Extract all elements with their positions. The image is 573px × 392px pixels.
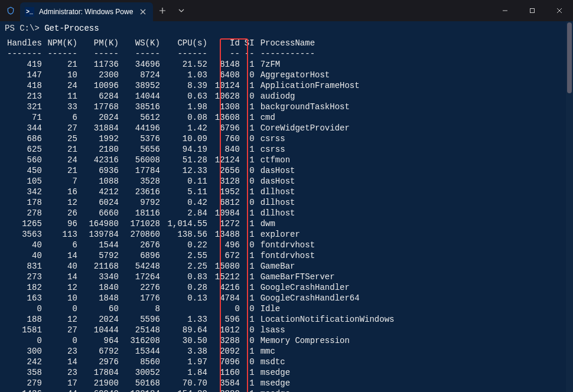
cell: 0 bbox=[242, 197, 257, 208]
cell: 0 bbox=[242, 335, 257, 346]
cell: 242 bbox=[5, 357, 44, 367]
cell: 3340 bbox=[80, 272, 121, 282]
cell: 5792 bbox=[80, 250, 121, 261]
table-row: 4014579268962.556721fontdrvhost bbox=[5, 250, 396, 261]
cell: 12 bbox=[44, 314, 80, 325]
cell: 8.39 bbox=[162, 80, 210, 91]
cell: 1.98 bbox=[162, 102, 210, 112]
cell: 496 bbox=[210, 240, 242, 250]
cell: 6 bbox=[44, 240, 80, 250]
cell: 51.28 bbox=[162, 155, 210, 165]
cell: 358 bbox=[5, 367, 44, 378]
cell: 6812 bbox=[210, 197, 242, 208]
table-row: 24214297685601.9770960msdtc bbox=[5, 357, 396, 367]
tab-dropdown-button[interactable] bbox=[172, 1, 191, 20]
cell: 1581 bbox=[5, 325, 44, 335]
cell-processname: AggregatorHost bbox=[257, 70, 397, 80]
cell: 147 bbox=[5, 70, 44, 80]
cell: 1 bbox=[242, 187, 257, 197]
cell: 10 bbox=[44, 293, 80, 303]
cell: 188 bbox=[5, 314, 44, 325]
table-row: 300236792153443.3820921mmc bbox=[5, 346, 396, 357]
cell: 12124 bbox=[210, 155, 242, 165]
cell: 10124 bbox=[210, 80, 242, 91]
table-row: 3213317768385161.9813081backgroundTaskHo… bbox=[5, 102, 396, 112]
cell: 21900 bbox=[80, 378, 121, 388]
cell: 17768 bbox=[80, 102, 121, 112]
scroll-thumb[interactable] bbox=[567, 22, 572, 93]
process-table: Handles NPM(K) PM(K) WS(K) CPU(s) Id SI … bbox=[5, 38, 396, 392]
cell: 50168 bbox=[121, 378, 162, 388]
table-row: 3442731884441961.4267961CoreWidgetProvid… bbox=[5, 123, 396, 133]
cell: 2092 bbox=[210, 346, 242, 357]
cell: 70.70 bbox=[162, 378, 210, 388]
cell: 1 bbox=[242, 112, 257, 123]
cell: 23 bbox=[44, 367, 80, 378]
maximize-button[interactable] bbox=[519, 0, 546, 21]
table-row: 1057108835280.1131280dasHost bbox=[5, 176, 396, 187]
cell: 2024 bbox=[80, 314, 121, 325]
cell: 1265 bbox=[5, 218, 44, 229]
table-row: 0060800Idle bbox=[5, 303, 396, 314]
terminal-view[interactable]: PS C:\> Get-Process Handles NPM(K) PM(K)… bbox=[0, 21, 573, 392]
cell: 13608 bbox=[210, 112, 242, 123]
cell: 14044 bbox=[121, 91, 162, 102]
cell: 18116 bbox=[121, 208, 162, 218]
cell: 11736 bbox=[80, 59, 121, 70]
cell: 10 bbox=[44, 70, 80, 80]
cell: 0.22 bbox=[162, 240, 210, 250]
cell: 3880 bbox=[210, 388, 242, 392]
cell: 24 bbox=[44, 155, 80, 165]
cell: 5596 bbox=[121, 314, 162, 325]
new-tab-button[interactable] bbox=[153, 1, 172, 20]
cell: 30052 bbox=[121, 367, 162, 378]
table-row: 4182410096389528.39101241ApplicationFram… bbox=[5, 80, 396, 91]
table-row: 18812202455961.335961LocationNotificatio… bbox=[5, 314, 396, 325]
cell: 1,014.55 bbox=[162, 218, 210, 229]
cell: 1 bbox=[242, 80, 257, 91]
cell: 23616 bbox=[121, 187, 162, 197]
cell: 6896 bbox=[121, 250, 162, 261]
cell: 1.84 bbox=[162, 367, 210, 378]
cell: 0 bbox=[242, 303, 257, 314]
col-id: Id bbox=[210, 38, 242, 48]
cell: 0 bbox=[5, 303, 44, 314]
cell-processname: ApplicationFrameHost bbox=[257, 80, 397, 91]
cell: 2656 bbox=[210, 165, 242, 176]
minimize-button[interactable] bbox=[491, 0, 519, 21]
cell-processname: dllhost bbox=[257, 187, 397, 197]
cell: 2676 bbox=[121, 240, 162, 250]
tab-active[interactable]: >_ Administrator: Windows Powe bbox=[20, 2, 153, 21]
cell: 14 bbox=[44, 357, 80, 367]
prompt: PS C:\> bbox=[5, 24, 44, 33]
cell: 1.42 bbox=[162, 123, 210, 133]
cell: 16 bbox=[44, 187, 80, 197]
cell: 31884 bbox=[80, 123, 121, 133]
cell-processname: GameBar bbox=[257, 261, 397, 272]
table-row: 278266660181162.84109841dllhost bbox=[5, 208, 396, 218]
cell: 1 bbox=[242, 261, 257, 272]
close-button[interactable] bbox=[546, 0, 573, 21]
cell: 69940 bbox=[80, 388, 121, 392]
cell-processname: 7zFM bbox=[257, 59, 397, 70]
cell: 1 bbox=[242, 293, 257, 303]
cell: 89.64 bbox=[162, 325, 210, 335]
cell: 21.52 bbox=[162, 59, 210, 70]
cell-processname: msedge bbox=[257, 388, 397, 392]
table-row: 686251992537610.097600csrss bbox=[5, 133, 396, 144]
cell: 760 bbox=[210, 133, 242, 144]
cell: 23 bbox=[44, 346, 80, 357]
table-row: 18212184022760.2842161GoogleCrashHandler bbox=[5, 282, 396, 293]
col-cpu: CPU(s) bbox=[162, 38, 210, 48]
cell: 596 bbox=[210, 314, 242, 325]
cell: 8560 bbox=[121, 357, 162, 367]
cell: 10628 bbox=[210, 91, 242, 102]
col-processname: ProcessName bbox=[257, 38, 397, 48]
cell: 1012 bbox=[210, 325, 242, 335]
tab-close-button[interactable] bbox=[138, 6, 148, 17]
scrollbar-vertical[interactable] bbox=[566, 21, 573, 392]
cell bbox=[162, 303, 210, 314]
cell: 5.11 bbox=[162, 187, 210, 197]
cell: 6660 bbox=[80, 208, 121, 218]
cell: 25 bbox=[44, 133, 80, 144]
